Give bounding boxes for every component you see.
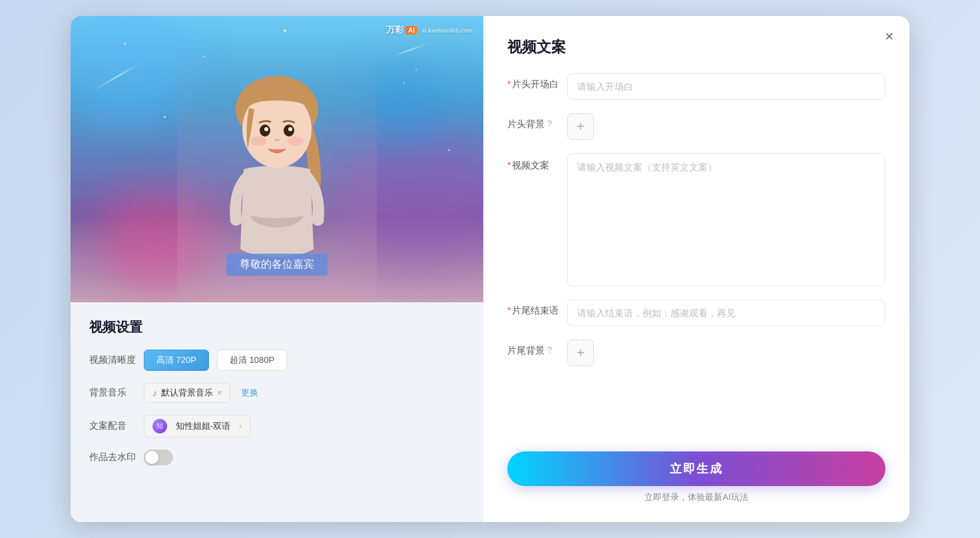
toggle-knob — [145, 451, 158, 464]
generate-button[interactable]: 立即生成 — [507, 451, 885, 486]
quality-label: 视频清晰度 — [89, 354, 136, 366]
star — [284, 29, 286, 32]
music-note-icon: ♪ — [152, 388, 157, 398]
star — [403, 83, 405, 84]
modal-dialog: 万彩 AI ai.keehan365.com 尊敬的各位嘉宾 视频设置 视频清晰… — [71, 16, 909, 522]
star — [124, 43, 126, 45]
ending-label: * 片尾结束语 — [507, 300, 567, 317]
required-star-3: * — [507, 305, 511, 316]
settings-title: 视频设置 — [89, 318, 465, 336]
settings-section: 视频设置 视频清晰度 高清 720P 超清 1080P 背景音乐 ♪ 默认背景音… — [71, 302, 483, 522]
music-label: 背景音乐 — [89, 387, 136, 399]
video-content-label: * 视频文案 — [507, 153, 567, 172]
star — [415, 69, 417, 71]
header-bg-add-button[interactable]: + — [567, 113, 594, 140]
generate-section: 立即生成 立即登录，体验最新AI玩法 — [507, 451, 885, 503]
help-icon-2[interactable]: ? — [547, 345, 552, 355]
watermark-toggle[interactable] — [144, 449, 173, 465]
ending-input[interactable] — [567, 300, 885, 326]
footer-bg-label: 片尾背景 ? — [507, 340, 567, 357]
svg-point-6 — [288, 127, 292, 131]
header-bg-row: 片头背景 ? + — [507, 113, 885, 140]
opening-label: * 片头开场白 — [507, 73, 567, 91]
quality-720p-button[interactable]: 高清 720P — [144, 350, 209, 371]
subtitle-banner: 尊敬的各位嘉宾 — [226, 254, 328, 276]
close-button[interactable]: × — [885, 29, 893, 44]
music-row: 背景音乐 ♪ 默认背景音乐 × 更换 — [89, 383, 465, 403]
star — [164, 116, 166, 118]
watermark-text: 万彩 — [386, 24, 403, 36]
music-value: 默认背景音乐 — [161, 387, 213, 399]
video-content-row: * 视频文案 — [507, 153, 885, 286]
music-tag: ♪ 默认背景音乐 × — [144, 383, 230, 403]
svg-point-8 — [288, 136, 304, 146]
opening-row: * 片头开场白 — [507, 73, 885, 100]
help-icon[interactable]: ? — [547, 119, 552, 129]
voice-select[interactable]: 知 知性姐姐-双语 › — [144, 415, 250, 437]
login-hint: 立即登录，体验最新AI玩法 — [644, 491, 748, 503]
subtitle-text: 尊敬的各位嘉宾 — [240, 258, 314, 270]
opening-input[interactable] — [567, 73, 885, 100]
header-bg-label: 片头背景 ? — [507, 113, 567, 131]
chevron-right-icon: › — [239, 421, 242, 431]
ai-badge: AI — [405, 26, 417, 35]
voice-label: 文案配音 — [89, 420, 136, 432]
voice-row: 文案配音 知 知性姐姐-双语 › — [89, 415, 465, 437]
required-star-2: * — [507, 160, 511, 170]
right-panel: × 视频文案 * 片头开场白 片头背景 ? + — [483, 16, 909, 522]
required-star: * — [507, 79, 511, 89]
voice-value: 知性姐姐-双语 — [176, 420, 230, 432]
left-panel: 万彩 AI ai.keehan365.com 尊敬的各位嘉宾 视频设置 视频清晰… — [71, 16, 483, 522]
quality-1080p-button[interactable]: 超清 1080P — [217, 350, 287, 371]
watermark: 万彩 AI ai.keehan365.com — [386, 24, 473, 36]
footer-bg-row: 片尾背景 ? + — [507, 340, 885, 366]
voice-avatar: 知 — [152, 419, 167, 433]
video-content-textarea[interactable] — [567, 153, 885, 286]
form-section: * 片头开场白 片头背景 ? + * 视频文案 — [507, 73, 885, 438]
star — [448, 149, 450, 151]
watermark-toggle-label: 作品去水印 — [89, 451, 136, 463]
music-change-button[interactable]: 更换 — [238, 387, 261, 399]
shooting-star — [391, 43, 429, 57]
music-remove-icon[interactable]: × — [217, 388, 222, 398]
watermark-domain: ai.keehan365.com — [421, 27, 473, 34]
ending-row: * 片尾结束语 — [507, 300, 885, 326]
svg-point-5 — [264, 127, 268, 131]
video-preview: 万彩 AI ai.keehan365.com 尊敬的各位嘉宾 — [71, 16, 483, 302]
watermark-row: 作品去水印 — [89, 449, 465, 465]
footer-bg-add-button[interactable]: + — [567, 340, 594, 366]
panel-title: 视频文案 — [507, 37, 885, 57]
svg-point-7 — [250, 136, 266, 146]
quality-row: 视频清晰度 高清 720P 超清 1080P — [89, 350, 465, 371]
